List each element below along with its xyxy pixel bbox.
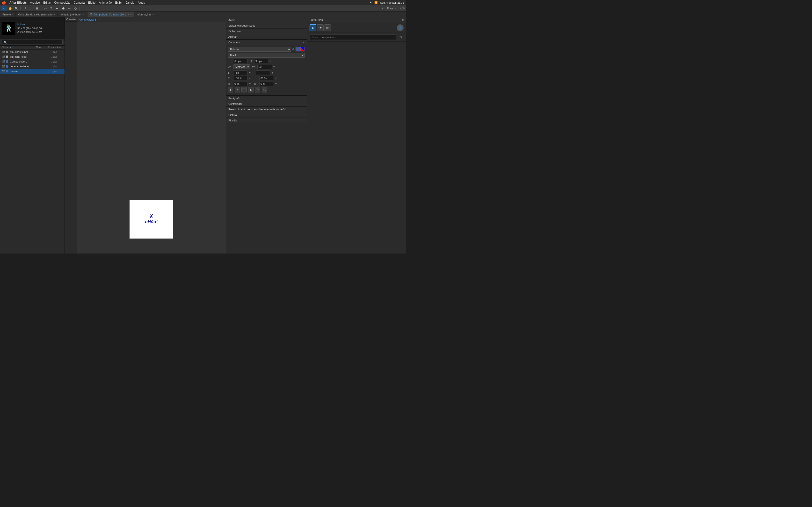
tsume-pct-dropdown[interactable]: ▼ (275, 82, 277, 85)
leading-dropdown-icon[interactable]: ▼ (270, 60, 272, 62)
clone-tool[interactable]: ⬟ (61, 6, 66, 11)
rect-tool[interactable]: ▭ (43, 6, 48, 11)
list-item[interactable]: 🎬 bm_charHelper ...ição (0, 50, 64, 54)
project-panel: 🕺 in-love 55 x 59 (28 x 30) (1,00) Δ 0:0… (0, 17, 65, 253)
item-color-swatch (6, 65, 8, 68)
project-comp-name: in-love (17, 22, 43, 26)
tracking-input[interactable] (257, 65, 272, 69)
size-pct-input[interactable] (233, 76, 248, 80)
pan-tool[interactable]: ⊞ (34, 6, 39, 11)
menu-composicao[interactable]: Composição (54, 1, 70, 4)
size-pct-dropdown[interactable]: ▼ (249, 77, 251, 80)
tsume-px-input[interactable] (233, 81, 248, 86)
kerning-select[interactable]: Métricas (233, 64, 250, 69)
leading-input[interactable] (254, 59, 269, 63)
tab-projeto[interactable]: Projeto ≡ (0, 12, 16, 17)
section-libraries-header[interactable]: Bibliotecas (226, 29, 307, 34)
list-item[interactable]: 🎬 in-love ...ição (0, 69, 64, 74)
section-paint-header[interactable]: Pintura (226, 112, 307, 118)
lottie-panel-header: LottieFiles ≡ (307, 17, 406, 23)
allcaps-btn[interactable]: TT (242, 87, 247, 93)
viewer-close[interactable]: ≡ (99, 18, 100, 21)
paint-tool[interactable]: ✏ (67, 6, 72, 11)
menu-animacao[interactable]: Animação (99, 1, 112, 4)
smallcaps-btn[interactable]: Tᵣ (248, 87, 254, 93)
horiz-scale-dropdown[interactable]: ▼ (271, 71, 274, 74)
subscript-btn[interactable]: T₁ (262, 87, 267, 93)
menu-editar[interactable]: Editar (43, 1, 51, 4)
pen-tool[interactable]: ✒ (55, 6, 60, 11)
tab-informacoes[interactable]: Informações » (134, 12, 156, 17)
item-icon: 🎬 (2, 60, 5, 63)
section-controller-header[interactable]: Controlador (226, 101, 307, 107)
menu-exibir[interactable]: Exibir (115, 1, 122, 4)
font-size-input[interactable] (233, 59, 248, 63)
snapping-toggle[interactable]: Encaixe (384, 6, 399, 11)
viewer-comp-tab[interactable]: Composição 1 (79, 18, 96, 21)
selection-tool[interactable]: ↖ (1, 6, 7, 11)
tab-gravacao[interactable]: ravação (nenhum) ✕ (57, 12, 88, 17)
composicao-chevron-icon: ≡ (130, 13, 132, 16)
stroke-color-swatch[interactable] (300, 47, 305, 51)
lottie-search-input[interactable] (310, 35, 396, 40)
horiz-scale-input[interactable] (256, 70, 270, 75)
effect-controls-panel: Controles do efeito (nenhum) (65, 17, 77, 253)
list-item[interactable]: 🎬 coracao-estacio ...ição (0, 64, 64, 69)
item-type: ...ição (51, 51, 63, 53)
baseline-dropdown[interactable]: ▼ (275, 77, 277, 80)
vert-scale-dropdown[interactable]: ▼ (249, 71, 251, 74)
composicao-close[interactable]: ✕ (128, 13, 129, 16)
lottie-animation-btn[interactable]: ▶ (310, 24, 316, 31)
baseline-input[interactable] (259, 76, 274, 80)
eyedropper-icon[interactable]: ✐ (292, 48, 295, 51)
gravacao-close[interactable]: ✕ (83, 13, 85, 16)
rotate-tool[interactable]: ↺ (22, 6, 27, 11)
zoom-tool[interactable]: 🔍 (13, 6, 19, 11)
menu-ajuda[interactable]: Ajuda (138, 1, 145, 4)
lottie-navigate-btn[interactable]: ⊕ (324, 24, 331, 31)
font-family-select[interactable]: Roboto (228, 47, 291, 52)
lottie-menu-icon[interactable]: ≡ (402, 18, 404, 22)
brightness-icon: ☀ (369, 1, 372, 4)
superscript-btn[interactable]: T⁺ (255, 87, 260, 93)
section-audio-header[interactable]: Áudio (226, 17, 307, 23)
lottie-refresh-btn[interactable]: ↻ (398, 34, 404, 40)
italic-btn[interactable]: T (235, 87, 240, 93)
fill-color-swatch[interactable] (296, 47, 300, 51)
hand-tool[interactable]: ✋ (7, 6, 13, 11)
item-color-swatch (6, 51, 8, 53)
menu-arquivo[interactable]: Arquivo (30, 1, 40, 4)
tool-separator-3 (80, 6, 80, 10)
section-paragraph-header[interactable]: Parágrafo (226, 96, 307, 101)
section-effects-header[interactable]: Efeitos e predefinições (226, 23, 307, 28)
font-style-select[interactable]: Black (228, 53, 305, 58)
tab-effect-controls[interactable]: Controles do efeito (nenhum) » (16, 12, 57, 17)
apple-logo-icon[interactable]: 🍎 (2, 1, 6, 5)
char-menu-icon[interactable]: ≡ (303, 41, 304, 44)
tsume-px-dropdown[interactable]: ▼ (249, 82, 251, 85)
tracking-dropdown[interactable]: ▼ (273, 66, 275, 68)
section-brushes-header[interactable]: Pincéis (226, 118, 307, 123)
menu-efeito[interactable]: Efeito (88, 1, 95, 4)
text-tool[interactable]: T (49, 6, 54, 11)
tsume-pct-input[interactable] (259, 81, 274, 86)
lottie-avatar[interactable]: 👤 (397, 24, 404, 31)
menu-janela[interactable]: Janela (126, 1, 134, 4)
snapping-group: ✦ Encaixe +,00 (382, 6, 405, 11)
bold-btn[interactable]: T (228, 87, 233, 93)
list-item[interactable]: 🎬 bm_fontHelper ...ição (0, 54, 64, 59)
vert-scale-input[interactable] (233, 70, 248, 75)
camera-tool[interactable]: ↕ (28, 6, 33, 11)
section-character-header[interactable]: Caractere ≡ (226, 40, 307, 45)
puppet-tool[interactable]: ⬡ (73, 6, 78, 11)
comp-frame-symbol: ✗ (149, 214, 154, 219)
ae-tools-bar: ↖ ✋ 🔍 ↺ ↕ ⊞ ▭ T ✒ ⬟ ✏ ⬡ ✦ Encaixe +,00 (0, 5, 406, 12)
section-align-header[interactable]: Alinhar (226, 34, 307, 39)
tab-composicao[interactable]: 🎬 Composição Composição 1 ✕ ≡ (88, 12, 134, 17)
project-search-input[interactable] (2, 40, 63, 44)
lottie-eye-btn[interactable]: 👁 (317, 24, 323, 31)
section-content-aware-header[interactable]: Preenchimento com reconhecimento de cont… (226, 107, 307, 112)
lottie-search-row: ↻ (307, 33, 406, 42)
menu-camada[interactable]: Camada (74, 1, 85, 4)
list-item[interactable]: 🎬 Composição 1 ...ição (0, 59, 64, 64)
